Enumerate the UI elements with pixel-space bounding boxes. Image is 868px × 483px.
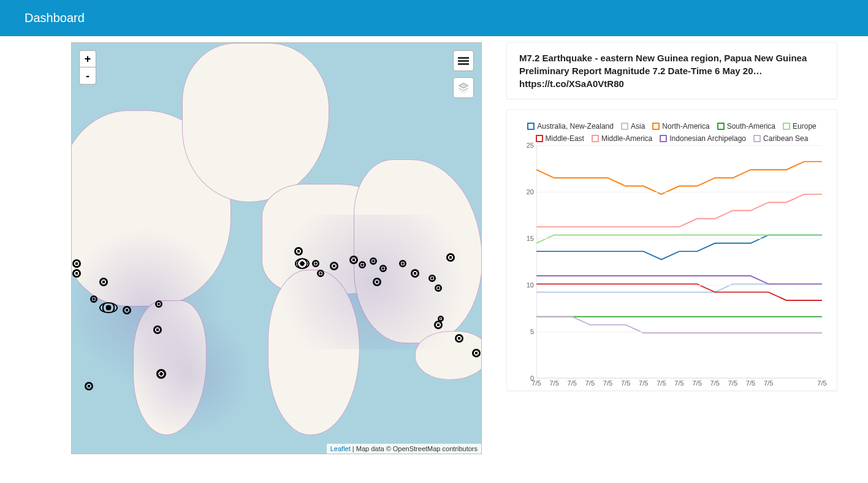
gridline (536, 378, 822, 379)
legend-item[interactable]: Europe (783, 122, 817, 131)
gridline (536, 238, 822, 239)
tweet-card: M7.2 Earthquake - eastern New Guinea reg… (506, 42, 837, 99)
series-line[interactable] (536, 276, 822, 284)
gridline (536, 332, 822, 332)
x-tick-label: 7/5 (764, 379, 773, 387)
series-line[interactable] (536, 235, 822, 243)
gridline (536, 145, 822, 146)
chart-plot-area[interactable]: 7/57/57/57/57/57/57/57/57/57/57/57/57/57… (536, 145, 822, 378)
hamburger-icon (458, 56, 469, 66)
x-tick-label: 7/5 (817, 379, 826, 387)
chart-legend: Australia, New-ZealandAsiaNorth-AmericaS… (522, 122, 822, 143)
x-tick-label: 7/5 (657, 379, 666, 387)
legend-swatch (592, 135, 599, 142)
legend-item[interactable]: Caribean Sea (753, 134, 808, 143)
x-tick-label: 7/5 (710, 379, 720, 387)
legend-label: Indonesian Archipelago (669, 134, 746, 143)
x-tick-label: 7/5 (674, 379, 683, 387)
legend-item[interactable]: Middle-East (536, 134, 584, 143)
x-tick-label: 7/5 (692, 379, 701, 387)
content: + - Leaflet | Map data © OpenStreetMap c… (0, 36, 868, 454)
legend-label: South-America (727, 122, 775, 131)
y-tick-label: 20 (520, 188, 534, 196)
layers-icon (457, 82, 470, 94)
legend-label: Middle-East (546, 134, 584, 143)
legend-swatch (527, 123, 535, 130)
map-menu-button[interactable] (453, 50, 474, 71)
legend-label: Middle-America (601, 134, 652, 143)
series-line[interactable] (536, 317, 822, 333)
x-tick-label: 7/5 (746, 379, 755, 387)
y-tick-label: 0 (520, 375, 534, 382)
legend-swatch (652, 123, 660, 130)
page-title: Dashboard (25, 11, 85, 25)
legend-item[interactable]: Indonesian Archipelago (660, 134, 746, 143)
legend-item[interactable]: Asia (621, 122, 645, 131)
x-tick-label: 7/5 (549, 379, 558, 387)
series-line[interactable] (536, 194, 822, 227)
y-tick-label: 15 (520, 235, 534, 242)
x-tick-label: 7/5 (639, 379, 648, 387)
x-tick-label: 7/5 (568, 379, 577, 387)
zoom-controls: + - (79, 50, 96, 85)
legend-item[interactable]: Australia, New-Zealand (527, 122, 614, 131)
legend-swatch (621, 123, 628, 130)
x-tick-label: 7/5 (728, 379, 737, 387)
tweet-text: M7.2 Earthquake - eastern New Guinea reg… (519, 53, 807, 89)
legend-label: Australia, New-Zealand (537, 122, 614, 131)
legend-swatch (783, 123, 790, 130)
legend-swatch (753, 135, 761, 142)
layers-button[interactable] (453, 77, 474, 98)
y-tick-label: 10 (520, 281, 534, 289)
world-map[interactable]: + - Leaflet | Map data © OpenStreetMap c… (71, 42, 482, 454)
series-line[interactable] (536, 162, 822, 194)
legend-swatch (717, 123, 725, 130)
leaflet-link[interactable]: Leaflet (330, 445, 351, 452)
legend-label: Caribean Sea (763, 134, 808, 143)
x-tick-label: 7/5 (603, 379, 612, 387)
gridline (536, 192, 822, 192)
legend-label: North-America (662, 122, 709, 131)
legend-item[interactable]: Middle-America (592, 134, 652, 143)
legend-item[interactable]: South-America (717, 122, 775, 131)
legend-swatch (660, 135, 667, 142)
y-tick-label: 5 (520, 328, 534, 335)
map-attribution: Leaflet | Map data © OpenStreetMap contr… (327, 444, 481, 454)
x-tick-label: 7/5 (621, 379, 630, 387)
zoom-out-button[interactable]: - (79, 67, 96, 85)
legend-item[interactable]: North-America (652, 122, 709, 131)
line-chart-card: Australia, New-ZealandAsiaNorth-AmericaS… (506, 109, 837, 391)
x-tick-label: 7/5 (585, 379, 595, 387)
header: Dashboard (0, 0, 868, 36)
legend-label: Asia (631, 122, 645, 131)
legend-swatch (536, 135, 543, 142)
legend-label: Europe (793, 122, 817, 131)
zoom-in-button[interactable]: + (79, 50, 96, 67)
y-tick-label: 25 (520, 142, 534, 149)
gridline (536, 285, 822, 286)
